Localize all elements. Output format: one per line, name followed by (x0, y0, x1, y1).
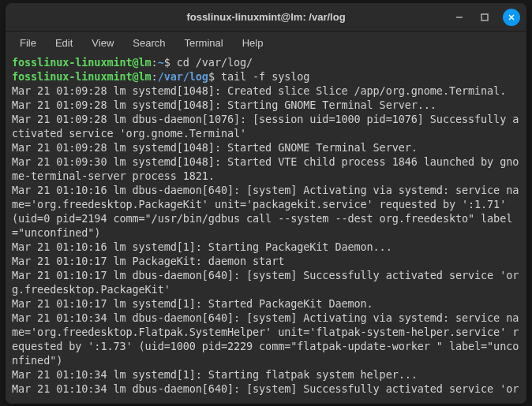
minimize-icon (455, 13, 463, 21)
log-line: Mar 21 01:10:17 lm systemd[1]: Started P… (12, 296, 520, 311)
prompt-path: /var/log (158, 70, 208, 83)
prompt-line: fosslinux-linuxmint@lm:/var/log$ tail -f… (12, 69, 520, 84)
maximize-icon (481, 13, 489, 21)
close-button[interactable] (503, 9, 520, 26)
log-line: Mar 21 01:10:16 lm dbus-daemon[640]: [sy… (12, 183, 520, 240)
log-line: Mar 21 01:10:34 lm dbus-daemon[640]: [sy… (12, 382, 520, 396)
prompt-line: fosslinux-linuxmint@lm:~$ cd /var/log/ (12, 55, 520, 69)
menu-help[interactable]: Help (234, 34, 272, 52)
menu-terminal[interactable]: Terminal (177, 34, 231, 52)
log-line: Mar 21 01:10:34 lm dbus-daemon[640]: [sy… (12, 311, 520, 367)
command-text: cd /var/log/ (177, 56, 253, 69)
log-line: Mar 21 01:10:17 lm dbus-daemon[640]: [sy… (12, 268, 520, 296)
log-line: Mar 21 01:10:34 lm systemd[1]: Starting … (12, 367, 520, 382)
prompt-user: fosslinux-linuxmint@lm (12, 70, 152, 83)
prompt-user: fosslinux-linuxmint@lm (12, 56, 152, 69)
maximize-button[interactable] (478, 10, 492, 24)
menu-file[interactable]: File (12, 34, 44, 52)
prompt-sep: : (152, 70, 158, 83)
prompt-sep: : (152, 56, 158, 69)
prompt-symbol: $ (208, 70, 215, 83)
close-icon (508, 13, 515, 21)
prompt-path: ~ (158, 56, 164, 69)
window-controls (452, 9, 520, 26)
command-text: tail -f syslog (221, 70, 309, 83)
log-line: Mar 21 01:10:17 lm PackageKit: daemon st… (12, 254, 520, 268)
log-line: Mar 21 01:09:28 lm systemd[1048]: Create… (12, 84, 520, 98)
menu-search[interactable]: Search (125, 34, 173, 52)
terminal-window: fosslinux-linuxmint@lm: /var/log File Ed… (6, 3, 526, 404)
menu-edit[interactable]: Edit (47, 34, 81, 52)
log-line: Mar 21 01:09:28 lm dbus-daemon[1076]: [s… (12, 112, 520, 140)
svg-rect-1 (481, 14, 488, 20)
prompt-symbol: $ (164, 56, 170, 69)
menu-view[interactable]: View (84, 34, 122, 52)
minimize-button[interactable] (452, 10, 466, 24)
log-line: Mar 21 01:09:28 lm systemd[1048]: Starti… (12, 98, 520, 112)
terminal-content[interactable]: fosslinux-linuxmint@lm:~$ cd /var/log/ f… (6, 54, 526, 404)
log-line: Mar 21 01:09:30 lm systemd[1048]: Starte… (12, 155, 520, 183)
titlebar: fosslinux-linuxmint@lm: /var/log (6, 3, 526, 32)
menubar: File Edit View Search Terminal Help (6, 32, 526, 54)
log-line: Mar 21 01:09:28 lm systemd[1048]: Starte… (12, 140, 520, 155)
log-line: Mar 21 01:10:16 lm systemd[1]: Starting … (12, 240, 520, 254)
window-title: fosslinux-linuxmint@lm: /var/log (186, 11, 345, 23)
